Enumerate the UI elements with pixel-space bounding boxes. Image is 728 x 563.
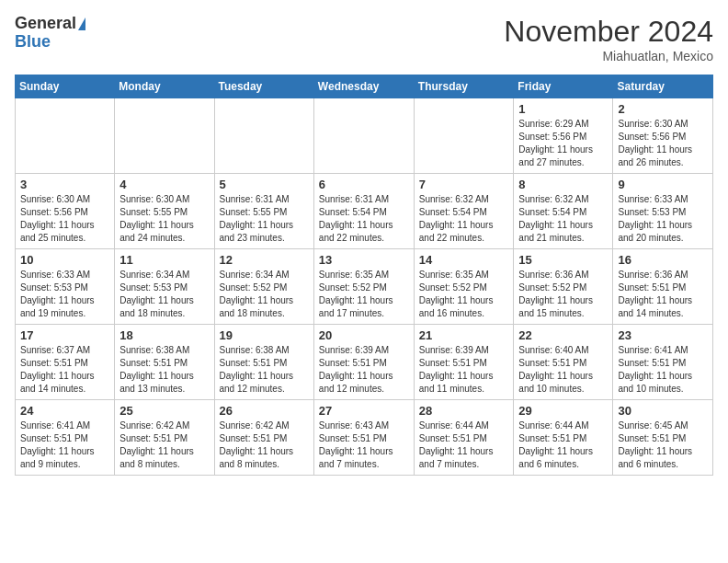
- calendar-cell: [313, 98, 414, 174]
- calendar-cell: 27Sunrise: 6:43 AM Sunset: 5:51 PM Dayli…: [313, 400, 414, 476]
- calendar-cell: 7Sunrise: 6:32 AM Sunset: 5:54 PM Daylig…: [414, 174, 514, 249]
- calendar-cell: [214, 98, 313, 174]
- day-number: 23: [618, 328, 708, 342]
- calendar-cell: [16, 98, 115, 174]
- day-number: 10: [20, 253, 109, 267]
- day-number: 8: [518, 178, 608, 191]
- calendar-cell: 25Sunrise: 6:42 AM Sunset: 5:51 PM Dayli…: [115, 400, 214, 476]
- day-info: Sunrise: 6:36 AM Sunset: 5:52 PM Dayligh…: [518, 269, 608, 320]
- day-header-friday: Friday: [514, 75, 613, 98]
- day-info: Sunrise: 6:30 AM Sunset: 5:55 PM Dayligh…: [119, 193, 209, 245]
- location-subtitle: Miahuatlan, Mexico: [504, 49, 713, 63]
- day-number: 2: [618, 102, 708, 116]
- day-info: Sunrise: 6:45 AM Sunset: 5:51 PM Dayligh…: [618, 419, 708, 471]
- day-info: Sunrise: 6:35 AM Sunset: 5:52 PM Dayligh…: [319, 269, 409, 320]
- day-number: 14: [419, 253, 509, 267]
- day-number: 25: [119, 404, 209, 418]
- calendar-cell: 5Sunrise: 6:31 AM Sunset: 5:55 PM Daylig…: [214, 174, 313, 249]
- day-info: Sunrise: 6:42 AM Sunset: 5:51 PM Dayligh…: [220, 419, 309, 471]
- calendar-cell: 30Sunrise: 6:45 AM Sunset: 5:51 PM Dayli…: [613, 400, 713, 476]
- day-number: 26: [220, 404, 309, 418]
- calendar-cell: 16Sunrise: 6:36 AM Sunset: 5:51 PM Dayli…: [613, 249, 713, 325]
- calendar-cell: 23Sunrise: 6:41 AM Sunset: 5:51 PM Dayli…: [613, 325, 713, 400]
- day-number: 11: [119, 253, 209, 267]
- day-info: Sunrise: 6:31 AM Sunset: 5:55 PM Dayligh…: [220, 193, 309, 245]
- day-number: 15: [518, 253, 608, 267]
- calendar-cell: 15Sunrise: 6:36 AM Sunset: 5:52 PM Dayli…: [514, 249, 613, 325]
- day-info: Sunrise: 6:33 AM Sunset: 5:53 PM Dayligh…: [618, 193, 708, 245]
- day-number: 22: [518, 328, 608, 342]
- day-header-monday: Monday: [115, 75, 214, 98]
- day-info: Sunrise: 6:29 AM Sunset: 5:56 PM Dayligh…: [518, 118, 608, 169]
- day-info: Sunrise: 6:34 AM Sunset: 5:52 PM Dayligh…: [220, 269, 309, 320]
- calendar-cell: 14Sunrise: 6:35 AM Sunset: 5:52 PM Dayli…: [414, 249, 514, 325]
- calendar-cell: [414, 98, 514, 174]
- day-info: Sunrise: 6:44 AM Sunset: 5:51 PM Dayligh…: [518, 419, 608, 471]
- day-number: 3: [20, 178, 109, 191]
- month-title: November 2024: [504, 15, 713, 49]
- calendar-week-row: 10Sunrise: 6:33 AM Sunset: 5:53 PM Dayli…: [16, 249, 713, 325]
- day-number: 13: [319, 253, 409, 267]
- day-info: Sunrise: 6:39 AM Sunset: 5:51 PM Dayligh…: [419, 344, 509, 396]
- day-info: Sunrise: 6:33 AM Sunset: 5:53 PM Dayligh…: [20, 269, 109, 320]
- day-number: 1: [518, 102, 608, 116]
- calendar-cell: 8Sunrise: 6:32 AM Sunset: 5:54 PM Daylig…: [514, 174, 613, 249]
- day-info: Sunrise: 6:31 AM Sunset: 5:54 PM Dayligh…: [319, 193, 409, 245]
- calendar-cell: [115, 98, 214, 174]
- calendar-week-row: 17Sunrise: 6:37 AM Sunset: 5:51 PM Dayli…: [16, 325, 713, 400]
- calendar-cell: 3Sunrise: 6:30 AM Sunset: 5:56 PM Daylig…: [16, 174, 115, 249]
- day-number: 28: [419, 404, 509, 418]
- logo: General Blue: [15, 15, 85, 52]
- calendar-cell: 10Sunrise: 6:33 AM Sunset: 5:53 PM Dayli…: [16, 249, 115, 325]
- day-info: Sunrise: 6:37 AM Sunset: 5:51 PM Dayligh…: [20, 344, 109, 396]
- logo-blue-text: Blue: [15, 33, 51, 52]
- day-number: 27: [319, 404, 409, 418]
- calendar-cell: 6Sunrise: 6:31 AM Sunset: 5:54 PM Daylig…: [313, 174, 414, 249]
- day-info: Sunrise: 6:36 AM Sunset: 5:51 PM Dayligh…: [618, 269, 708, 320]
- calendar-header-row: SundayMondayTuesdayWednesdayThursdayFrid…: [16, 75, 713, 98]
- day-info: Sunrise: 6:42 AM Sunset: 5:51 PM Dayligh…: [119, 419, 209, 471]
- day-number: 21: [419, 328, 509, 342]
- calendar-cell: 20Sunrise: 6:39 AM Sunset: 5:51 PM Dayli…: [313, 325, 414, 400]
- calendar-cell: 4Sunrise: 6:30 AM Sunset: 5:55 PM Daylig…: [115, 174, 214, 249]
- day-number: 30: [618, 404, 708, 418]
- day-info: Sunrise: 6:38 AM Sunset: 5:51 PM Dayligh…: [119, 344, 209, 396]
- day-info: Sunrise: 6:40 AM Sunset: 5:51 PM Dayligh…: [518, 344, 608, 396]
- day-number: 17: [20, 328, 109, 342]
- calendar-week-row: 3Sunrise: 6:30 AM Sunset: 5:56 PM Daylig…: [16, 174, 713, 249]
- day-number: 18: [119, 328, 209, 342]
- day-header-wednesday: Wednesday: [313, 75, 414, 98]
- calendar-cell: 2Sunrise: 6:30 AM Sunset: 5:56 PM Daylig…: [613, 98, 713, 174]
- day-header-thursday: Thursday: [414, 75, 514, 98]
- day-info: Sunrise: 6:34 AM Sunset: 5:53 PM Dayligh…: [119, 269, 209, 320]
- day-header-tuesday: Tuesday: [214, 75, 313, 98]
- calendar-cell: 1Sunrise: 6:29 AM Sunset: 5:56 PM Daylig…: [514, 98, 613, 174]
- day-number: 20: [319, 328, 409, 342]
- calendar-cell: 24Sunrise: 6:41 AM Sunset: 5:51 PM Dayli…: [16, 400, 115, 476]
- day-number: 6: [319, 178, 409, 191]
- calendar-week-row: 24Sunrise: 6:41 AM Sunset: 5:51 PM Dayli…: [16, 400, 713, 476]
- day-number: 12: [220, 253, 309, 267]
- calendar-cell: 28Sunrise: 6:44 AM Sunset: 5:51 PM Dayli…: [414, 400, 514, 476]
- calendar-cell: 21Sunrise: 6:39 AM Sunset: 5:51 PM Dayli…: [414, 325, 514, 400]
- calendar-cell: 13Sunrise: 6:35 AM Sunset: 5:52 PM Dayli…: [313, 249, 414, 325]
- day-number: 16: [618, 253, 708, 267]
- calendar-cell: 26Sunrise: 6:42 AM Sunset: 5:51 PM Dayli…: [214, 400, 313, 476]
- calendar-table: SundayMondayTuesdayWednesdayThursdayFrid…: [15, 75, 713, 476]
- day-header-saturday: Saturday: [613, 75, 713, 98]
- calendar-cell: 22Sunrise: 6:40 AM Sunset: 5:51 PM Dayli…: [514, 325, 613, 400]
- day-info: Sunrise: 6:39 AM Sunset: 5:51 PM Dayligh…: [319, 344, 409, 396]
- calendar-cell: 19Sunrise: 6:38 AM Sunset: 5:51 PM Dayli…: [214, 325, 313, 400]
- calendar-week-row: 1Sunrise: 6:29 AM Sunset: 5:56 PM Daylig…: [16, 98, 713, 174]
- day-info: Sunrise: 6:35 AM Sunset: 5:52 PM Dayligh…: [419, 269, 509, 320]
- calendar-cell: 18Sunrise: 6:38 AM Sunset: 5:51 PM Dayli…: [115, 325, 214, 400]
- day-number: 19: [220, 328, 309, 342]
- calendar-cell: 17Sunrise: 6:37 AM Sunset: 5:51 PM Dayli…: [16, 325, 115, 400]
- title-block: November 2024 Miahuatlan, Mexico: [504, 15, 713, 63]
- day-number: 24: [20, 404, 109, 418]
- day-info: Sunrise: 6:30 AM Sunset: 5:56 PM Dayligh…: [20, 193, 109, 245]
- day-number: 29: [518, 404, 608, 418]
- day-info: Sunrise: 6:30 AM Sunset: 5:56 PM Dayligh…: [618, 118, 708, 169]
- day-info: Sunrise: 6:43 AM Sunset: 5:51 PM Dayligh…: [319, 419, 409, 471]
- day-info: Sunrise: 6:32 AM Sunset: 5:54 PM Dayligh…: [419, 193, 509, 245]
